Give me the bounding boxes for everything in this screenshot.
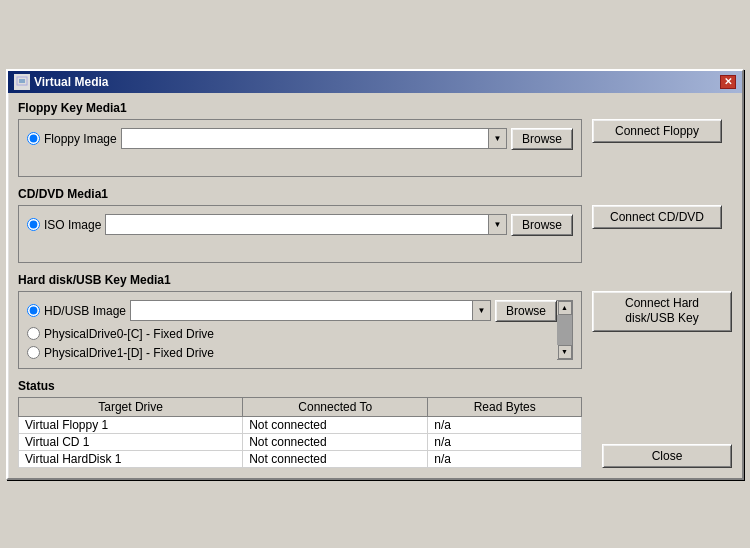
harddisk-connect-button[interactable]: Connect Hard disk/USB Key xyxy=(592,291,732,332)
close-area: Close xyxy=(592,379,732,468)
harddisk-controls: HD/USB Image ▼ Browse xyxy=(27,300,557,322)
cddvd-action: Connect CD/DVD xyxy=(592,187,732,263)
physical-drive-1-radio[interactable] xyxy=(27,346,40,359)
harddisk-left: HD/USB Image ▼ Browse PhysicalDrive0-[C]… xyxy=(27,300,557,360)
harddisk-dropdown[interactable] xyxy=(130,300,473,321)
harddisk-radio[interactable] xyxy=(27,304,40,317)
floppy-browse-button[interactable]: Browse xyxy=(511,128,573,150)
window-icon xyxy=(14,74,30,90)
floppy-image-label: Floppy Image xyxy=(44,132,117,146)
cddvd-dropdown-container: ▼ xyxy=(105,214,507,235)
iso-image-label: ISO Image xyxy=(44,218,101,232)
col-target: Target Drive xyxy=(19,397,243,416)
floppy-title: Floppy Key Media1 xyxy=(18,101,582,115)
svg-rect-1 xyxy=(19,79,25,83)
status-header-row: Target Drive Connected To Read Bytes xyxy=(19,397,582,416)
physical-drive-0-label: PhysicalDrive0-[C] - Fixed Drive xyxy=(44,327,214,341)
cddvd-connect-button[interactable]: Connect CD/DVD xyxy=(592,205,722,229)
row0-target: Virtual Floppy 1 xyxy=(19,416,243,433)
close-button[interactable]: Close xyxy=(602,444,732,468)
bottom-row: Status Target Drive Connected To Read By… xyxy=(18,379,732,468)
cddvd-inner: ISO Image ▼ Browse xyxy=(27,214,573,254)
harddisk-scrollbar: ▲ ▼ xyxy=(557,300,573,360)
cddvd-controls: ISO Image ▼ Browse xyxy=(27,214,573,236)
table-row: Virtual CD 1 Not connected n/a xyxy=(19,433,582,450)
harddisk-box: HD/USB Image ▼ Browse PhysicalDrive0-[C]… xyxy=(18,291,582,369)
row0-connected: Not connected xyxy=(243,416,428,433)
col-bytes: Read Bytes xyxy=(428,397,582,416)
floppy-connect-button[interactable]: Connect Floppy xyxy=(592,119,722,143)
physical-drive-1-label: PhysicalDrive1-[D] - Fixed Drive xyxy=(44,346,214,360)
physical-drive-1-option[interactable]: PhysicalDrive1-[D] - Fixed Drive xyxy=(27,346,557,360)
harddisk-main: Hard disk/USB Key Media1 HD/USB Image ▼ xyxy=(18,273,582,369)
harddisk-browse-button[interactable]: Browse xyxy=(495,300,557,322)
scrollbar-down-button[interactable]: ▼ xyxy=(558,345,572,359)
harddisk-section: Hard disk/USB Key Media1 HD/USB Image ▼ xyxy=(18,273,732,369)
col-connected: Connected To xyxy=(243,397,428,416)
window-title: Virtual Media xyxy=(34,75,108,89)
status-area: Status Target Drive Connected To Read By… xyxy=(18,379,582,468)
physical-drive-0-option[interactable]: PhysicalDrive0-[C] - Fixed Drive xyxy=(27,327,557,341)
floppy-dropdown[interactable] xyxy=(121,128,489,149)
table-row: Virtual Floppy 1 Not connected n/a xyxy=(19,416,582,433)
title-bar-left: Virtual Media xyxy=(14,74,108,90)
row2-connected: Not connected xyxy=(243,450,428,467)
cddvd-browse-button[interactable]: Browse xyxy=(511,214,573,236)
harddisk-radio-label[interactable]: HD/USB Image xyxy=(27,304,126,318)
floppy-radio-label[interactable]: Floppy Image xyxy=(27,132,117,146)
scrollbar-up-button[interactable]: ▲ xyxy=(558,301,572,315)
table-row: Virtual HardDisk 1 Not connected n/a xyxy=(19,450,582,467)
cddvd-radio-label[interactable]: ISO Image xyxy=(27,218,101,232)
row2-bytes: n/a xyxy=(428,450,582,467)
row1-target: Virtual CD 1 xyxy=(19,433,243,450)
harddisk-dropdown-container: ▼ xyxy=(130,300,491,321)
row2-target: Virtual HardDisk 1 xyxy=(19,450,243,467)
floppy-action: Connect Floppy xyxy=(592,101,732,177)
floppy-main: Floppy Key Media1 Floppy Image ▼ xyxy=(18,101,582,177)
cddvd-title: CD/DVD Media1 xyxy=(18,187,582,201)
floppy-dropdown-arrow[interactable]: ▼ xyxy=(489,128,507,149)
cddvd-dropdown-arrow[interactable]: ▼ xyxy=(489,214,507,235)
harddisk-title: Hard disk/USB Key Media1 xyxy=(18,273,582,287)
cddvd-dropdown[interactable] xyxy=(105,214,489,235)
hd-usb-label: HD/USB Image xyxy=(44,304,126,318)
harddisk-dropdown-arrow[interactable]: ▼ xyxy=(473,300,491,321)
title-bar: Virtual Media ✕ xyxy=(8,71,742,93)
status-table: Target Drive Connected To Read Bytes Vir… xyxy=(18,397,582,468)
row1-connected: Not connected xyxy=(243,433,428,450)
row0-bytes: n/a xyxy=(428,416,582,433)
physical-drive-0-radio[interactable] xyxy=(27,327,40,340)
floppy-dropdown-container: ▼ xyxy=(121,128,507,149)
row1-bytes: n/a xyxy=(428,433,582,450)
close-window-button[interactable]: ✕ xyxy=(720,75,736,89)
status-title: Status xyxy=(18,379,582,393)
scrollbar-track xyxy=(557,315,572,345)
cddvd-radio[interactable] xyxy=(27,218,40,231)
floppy-inner: Floppy Image ▼ Browse xyxy=(27,128,573,168)
harddisk-action: Connect Hard disk/USB Key xyxy=(592,273,732,369)
floppy-section: Floppy Key Media1 Floppy Image ▼ xyxy=(18,101,732,177)
cddvd-main: CD/DVD Media1 ISO Image ▼ B xyxy=(18,187,582,263)
window-content: Floppy Key Media1 Floppy Image ▼ xyxy=(8,93,742,478)
floppy-controls: Floppy Image ▼ Browse xyxy=(27,128,573,150)
floppy-box: Floppy Image ▼ Browse xyxy=(18,119,582,177)
floppy-radio[interactable] xyxy=(27,132,40,145)
virtual-media-window: Virtual Media ✕ Floppy Key Media1 Floppy… xyxy=(6,69,744,480)
cddvd-section: CD/DVD Media1 ISO Image ▼ B xyxy=(18,187,732,263)
cddvd-box: ISO Image ▼ Browse xyxy=(18,205,582,263)
